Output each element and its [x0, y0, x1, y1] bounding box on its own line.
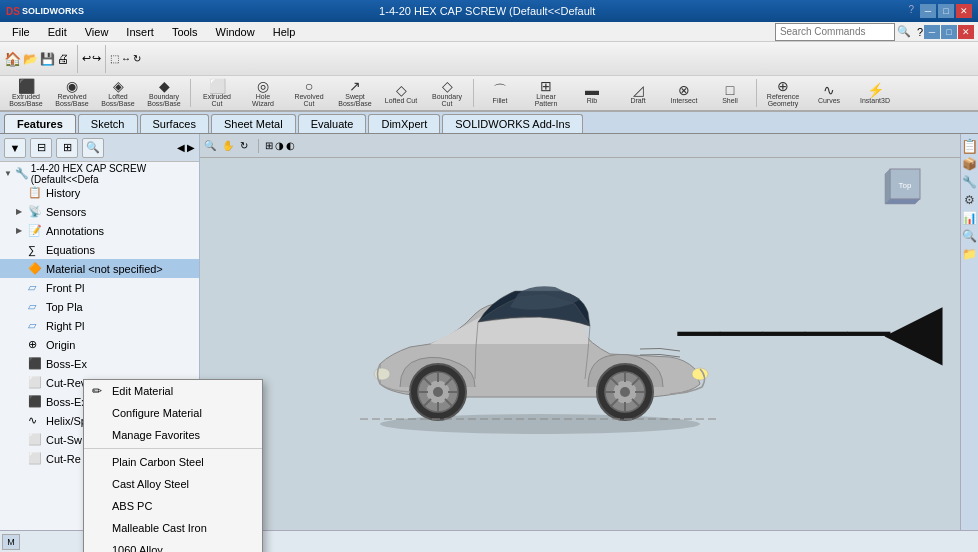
- menu-insert[interactable]: Insert: [118, 24, 162, 40]
- ctx-plain-carbon-steel[interactable]: Plain Carbon Steel: [84, 451, 262, 473]
- menu-file[interactable]: File: [4, 24, 38, 40]
- print-icon[interactable]: 🖨: [57, 52, 69, 66]
- ctx-1060-alloy[interactable]: 1060 Alloy: [84, 539, 262, 552]
- ctx-manage-favorites[interactable]: Manage Favorites: [84, 424, 262, 446]
- 3d-viewport[interactable]: 🔍 ✋ ↻ ⊞ ◑ ◐: [200, 134, 960, 530]
- tab-sheet-metal[interactable]: Sheet Metal: [211, 114, 296, 133]
- boundary-boss-button[interactable]: ◆ BoundaryBoss/Base: [142, 78, 186, 108]
- tree-front-plane[interactable]: ▱ Front Pl: [0, 278, 199, 297]
- vp-shading-icon[interactable]: ◑: [275, 140, 284, 151]
- menu-help[interactable]: Help: [265, 24, 304, 40]
- extruded-boss-button[interactable]: ⬛ ExtrudedBoss/Base: [4, 78, 48, 108]
- tab-evaluate[interactable]: Evaluate: [298, 114, 367, 133]
- rotate-icon[interactable]: ↻: [133, 53, 141, 64]
- maximize-button[interactable]: □: [938, 4, 954, 18]
- ctx-cast-alloy-steel[interactable]: Cast Alloy Steel: [84, 473, 262, 495]
- intersect-button[interactable]: ⊗ Intersect: [662, 78, 706, 108]
- shell-button[interactable]: □ Shell: [708, 78, 752, 108]
- menu-view[interactable]: View: [77, 24, 117, 40]
- tree-boss-ex[interactable]: ⬛ Boss-Ex: [0, 354, 199, 373]
- view-cube[interactable]: Top: [880, 164, 930, 214]
- vp-rotate-icon[interactable]: ↻: [240, 140, 248, 151]
- extruded-cut-button[interactable]: ⬜ ExtrudedCut: [195, 78, 239, 108]
- vp-hidden-icon[interactable]: ◐: [286, 140, 295, 151]
- select-icon[interactable]: ⬚: [110, 53, 119, 64]
- hole-wizard-button[interactable]: ◎ HoleWizard: [241, 78, 285, 108]
- tab-sketch[interactable]: Sketch: [78, 114, 138, 133]
- panel-close[interactable]: ✕: [958, 25, 974, 39]
- curves-button[interactable]: ∿ Curves: [807, 78, 851, 108]
- menu-window[interactable]: Window: [208, 24, 263, 40]
- lofted-cut-button[interactable]: ◇ Lofted Cut: [379, 78, 423, 108]
- rib-icon: ▬: [585, 83, 599, 97]
- menu-edit[interactable]: Edit: [40, 24, 75, 40]
- task-pane-btn-1[interactable]: 📋: [962, 138, 978, 154]
- search-tree-button[interactable]: 🔍: [82, 138, 104, 158]
- tree-sensors[interactable]: ▶ 📡 Sensors: [0, 202, 199, 221]
- reference-geometry-button[interactable]: ⊕ ReferenceGeometry: [761, 78, 805, 108]
- tree-equations[interactable]: ∑ Equations: [0, 240, 199, 259]
- task-pane-btn-5[interactable]: 📊: [962, 210, 978, 226]
- tree-top-plane[interactable]: ▱ Top Pla: [0, 297, 199, 316]
- revolved-cut-button[interactable]: ○ RevolvedCut: [287, 78, 331, 108]
- tree-cut-re2-label: Cut-Re: [46, 453, 81, 465]
- move-icon[interactable]: ↔: [121, 53, 131, 64]
- tab-features[interactable]: Features: [4, 114, 76, 133]
- minimize-button[interactable]: ─: [920, 4, 936, 18]
- main-toolbar: 🏠 📂 💾 🖨 ↩ ↪ ⬚ ↔ ↻ ⬛ ExtrudedBoss/Base ◉ …: [0, 42, 978, 112]
- menu-tools[interactable]: Tools: [164, 24, 206, 40]
- task-pane-btn-4[interactable]: ⚙: [962, 192, 978, 208]
- shell-icon: □: [726, 83, 734, 97]
- instant3d-label: Instant3D: [860, 97, 890, 104]
- reference-geometry-label: ReferenceGeometry: [767, 93, 799, 107]
- tree-material[interactable]: 🔶 Material <not specified>: [0, 259, 199, 278]
- tab-surfaces[interactable]: Surfaces: [140, 114, 209, 133]
- redo-icon[interactable]: ↪: [92, 52, 101, 65]
- rib-button[interactable]: ▬ Rib: [570, 78, 614, 108]
- tab-dimxpert[interactable]: DimXpert: [368, 114, 440, 133]
- search-commands-input[interactable]: [775, 23, 895, 41]
- tab-addins[interactable]: SOLIDWORKS Add-Ins: [442, 114, 583, 133]
- new-icon[interactable]: 🏠: [4, 51, 21, 67]
- ctx-edit-material[interactable]: ✏ Edit Material: [84, 380, 262, 402]
- ctx-configure-material[interactable]: Configure Material: [84, 402, 262, 424]
- undo-icon[interactable]: ↩: [82, 52, 91, 65]
- boundary-cut-button[interactable]: ◇ Boundary Cut: [425, 78, 469, 108]
- revolved-cut-label: RevolvedCut: [294, 93, 323, 107]
- tree-annotations[interactable]: ▶ 📝 Annotations: [0, 221, 199, 240]
- vp-zoom-icon[interactable]: 🔍: [204, 140, 216, 151]
- vp-view-icon[interactable]: ⊞: [265, 140, 273, 151]
- tree-right-plane[interactable]: ▱ Right Pl: [0, 316, 199, 335]
- instant3d-button[interactable]: ⚡ Instant3D: [853, 78, 897, 108]
- close-button[interactable]: ✕: [956, 4, 972, 18]
- tree-history[interactable]: 📋 History: [0, 183, 199, 202]
- revolved-boss-button[interactable]: ◉ RevolvedBoss/Base: [50, 78, 94, 108]
- save-icon[interactable]: 💾: [40, 52, 55, 66]
- fillet-button[interactable]: ⌒ Fillet: [478, 78, 522, 108]
- draft-button[interactable]: ◿ Draft: [616, 78, 660, 108]
- ctx-malleable-cast-iron[interactable]: Malleable Cast Iron: [84, 517, 262, 539]
- task-pane-btn-3[interactable]: 🔧: [962, 174, 978, 190]
- swept-boss-button[interactable]: ↗ SweptBoss/Base: [333, 78, 377, 108]
- tree-origin[interactable]: ⊕ Origin: [0, 335, 199, 354]
- help-button[interactable]: ?: [917, 26, 923, 38]
- task-pane-btn-2[interactable]: 📦: [962, 156, 978, 172]
- collapse-button[interactable]: ⊟: [30, 138, 52, 158]
- filter-button[interactable]: ▼: [4, 138, 26, 158]
- vp-pan-icon[interactable]: ✋: [222, 140, 234, 151]
- ctx-abs-pc[interactable]: ABS PC: [84, 495, 262, 517]
- task-pane-btn-7[interactable]: 📁: [962, 246, 978, 262]
- expand-button[interactable]: ⊞: [56, 138, 78, 158]
- tree-root[interactable]: ▼ 🔧 1-4-20 HEX CAP SCREW (Default<<Defa: [0, 164, 199, 183]
- help-icon[interactable]: ?: [908, 4, 914, 18]
- panel-maximize[interactable]: □: [941, 25, 957, 39]
- task-pane-btn-6[interactable]: 🔍: [962, 228, 978, 244]
- open-icon[interactable]: 📂: [23, 52, 38, 66]
- panel-arrow-left[interactable]: ◀: [177, 142, 185, 153]
- lofted-boss-button[interactable]: ◈ LoftedBoss/Base: [96, 78, 140, 108]
- panel-arrow-right[interactable]: ▶: [187, 142, 195, 153]
- linear-pattern-button[interactable]: ⊞ LinearPattern: [524, 78, 568, 108]
- model-tab[interactable]: M: [2, 534, 20, 550]
- panel-minimize[interactable]: ─: [924, 25, 940, 39]
- tree-cut-rev-label: Cut-Rev: [46, 377, 86, 389]
